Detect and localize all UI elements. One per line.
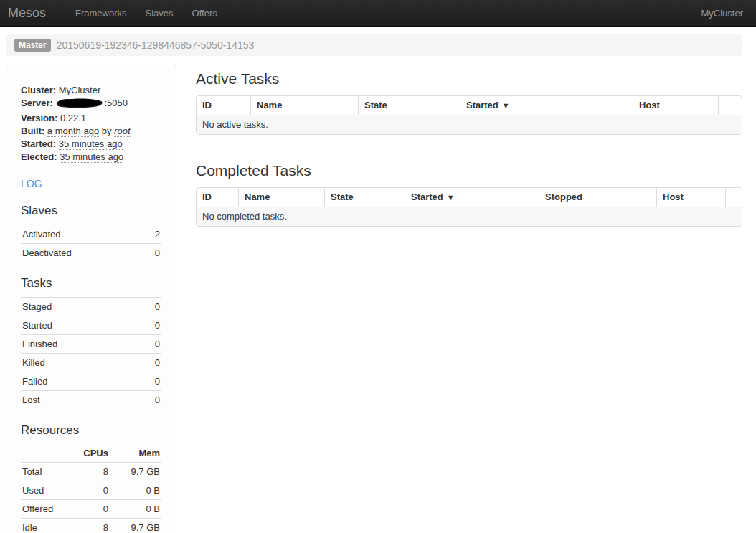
slaves-activated-label: Activated xyxy=(21,225,142,244)
slaves-section-title: Slaves xyxy=(21,204,161,218)
resources-used-label: Used xyxy=(21,481,65,500)
active-tasks-title: Active Tasks xyxy=(196,70,742,88)
resources-col-cpus: CPUs xyxy=(65,444,110,463)
top-navbar: Mesos Frameworks Slaves Offers MyCluster xyxy=(0,0,756,27)
info-started-value: 35 minutes ago xyxy=(59,138,123,150)
resources-idle-label: Idle xyxy=(21,519,65,533)
table-row: Idle 8 9.7 GB xyxy=(21,519,161,533)
table-header-row: ID Name State Started▼ Host xyxy=(197,96,742,115)
active-col-id[interactable]: ID xyxy=(197,96,250,115)
table-row: Failed 0 xyxy=(21,372,161,391)
resources-offered-label: Offered xyxy=(21,500,65,519)
tasks-finished-label: Finished xyxy=(21,335,136,354)
info-built: Built: a month ago by root xyxy=(21,125,161,138)
tasks-staged-label: Staged xyxy=(21,298,136,316)
resources-idle-cpus: 8 xyxy=(65,519,110,533)
redacted-server-address xyxy=(56,98,103,112)
info-server: Server: :5050 xyxy=(21,97,161,112)
tasks-started-label: Started xyxy=(21,316,136,335)
completed-col-name[interactable]: Name xyxy=(238,188,324,207)
completed-tasks-empty-message: No completed tasks. xyxy=(197,207,742,226)
nav-item-offers[interactable]: Offers xyxy=(183,8,227,19)
main-content: Active Tasks ID Name State Started▼ Host xyxy=(196,65,742,227)
table-row: Used 0 0 B xyxy=(21,481,161,500)
active-col-started-label: Started xyxy=(466,100,499,110)
table-row: Staged 0 xyxy=(21,298,161,316)
empty-row: No active tasks. xyxy=(197,115,742,134)
completed-col-stopped[interactable]: Stopped xyxy=(539,188,656,207)
info-server-label: Server: xyxy=(21,98,53,108)
sort-desc-icon: ▼ xyxy=(447,193,455,202)
tasks-failed-value: 0 xyxy=(136,372,161,391)
info-cluster-label: Cluster: xyxy=(21,85,56,95)
completed-col-host[interactable]: Host xyxy=(656,188,725,207)
master-id-text: 20150619-192346-1298446857-5050-14153 xyxy=(57,39,255,51)
completed-col-id[interactable]: ID xyxy=(197,188,238,207)
tasks-staged-value: 0 xyxy=(136,298,161,316)
slaves-activated-value: 2 xyxy=(142,225,161,244)
resources-col-empty xyxy=(21,444,65,463)
info-cluster-value: MyCluster xyxy=(59,85,101,95)
table-header-row: ID Name State Started▼ Stopped Host xyxy=(197,188,742,207)
resources-used-mem: 0 B xyxy=(110,481,161,500)
tasks-lost-value: 0 xyxy=(136,391,161,410)
log-link[interactable]: LOG xyxy=(21,178,42,189)
nav-item-slaves[interactable]: Slaves xyxy=(136,8,183,19)
tasks-lost-label: Lost xyxy=(21,391,136,410)
empty-row: No completed tasks. xyxy=(197,207,742,226)
active-col-started[interactable]: Started▼ xyxy=(460,96,633,115)
page-container: Master 20150619-192346-1298446857-5050-1… xyxy=(6,34,742,533)
active-col-actions xyxy=(718,96,742,115)
info-server-port: :5050 xyxy=(104,98,128,108)
active-col-name[interactable]: Name xyxy=(250,96,358,115)
info-built-label: Built: xyxy=(21,126,44,136)
sidebar-panel: Cluster: MyCluster Server: :5050 Version… xyxy=(6,65,176,533)
completed-col-actions xyxy=(725,188,742,207)
active-tasks-empty-message: No active tasks. xyxy=(197,115,742,134)
tasks-section-title: Tasks xyxy=(21,276,161,291)
slaves-stats-table: Activated 2 Deactivated 0 xyxy=(21,225,161,262)
info-started-label: Started: xyxy=(21,138,56,149)
info-elected-value: 35 minutes ago xyxy=(60,151,123,163)
resources-offered-mem: 0 B xyxy=(110,500,161,519)
info-version-value: 0.22.1 xyxy=(60,113,86,123)
tasks-stats-table: Staged 0 Started 0 Finished 0 Killed 0 F… xyxy=(21,297,161,409)
active-col-state[interactable]: State xyxy=(358,96,460,115)
completed-tasks-table: ID Name State Started▼ Stopped Host No c… xyxy=(196,187,742,227)
navbar-cluster-name: MyCluster xyxy=(701,8,756,19)
info-started: Started: 35 minutes ago xyxy=(21,138,161,151)
table-row: Offered 0 0 B xyxy=(21,500,161,519)
breadcrumb: Master 20150619-192346-1298446857-5050-1… xyxy=(6,34,742,56)
brand-mesos[interactable]: Mesos xyxy=(0,6,66,21)
info-version-label: Version: xyxy=(21,113,57,123)
nav-item-frameworks[interactable]: Frameworks xyxy=(66,8,136,19)
table-row: Started 0 xyxy=(21,316,161,335)
tasks-failed-label: Failed xyxy=(21,372,136,391)
slaves-deactivated-label: Deactivated xyxy=(21,244,142,263)
tasks-started-value: 0 xyxy=(136,316,161,335)
resources-idle-mem: 9.7 GB xyxy=(110,519,161,533)
resources-table: CPUs Mem Total 8 9.7 GB Used 0 0 B xyxy=(21,444,161,533)
completed-col-state[interactable]: State xyxy=(324,188,405,207)
completed-col-started[interactable]: Started▼ xyxy=(405,188,539,207)
tasks-killed-label: Killed xyxy=(21,354,136,372)
table-row: Finished 0 xyxy=(21,335,161,354)
info-elected: Elected: 35 minutes ago xyxy=(21,151,161,164)
table-row: Activated 2 xyxy=(21,225,161,244)
info-built-author: root xyxy=(114,126,130,137)
completed-col-started-label: Started xyxy=(411,192,443,202)
resources-total-cpus: 8 xyxy=(65,463,110,481)
resources-total-mem: 9.7 GB xyxy=(110,463,161,481)
table-row: Deactivated 0 xyxy=(21,244,161,263)
tasks-killed-value: 0 xyxy=(136,354,161,372)
resources-section-title: Resources xyxy=(21,423,161,438)
slaves-deactivated-value: 0 xyxy=(142,244,161,263)
resources-offered-cpus: 0 xyxy=(65,500,110,519)
resources-total-label: Total xyxy=(21,463,65,481)
resources-used-cpus: 0 xyxy=(65,481,110,500)
active-col-host[interactable]: Host xyxy=(633,96,718,115)
sort-desc-icon: ▼ xyxy=(502,101,510,110)
info-version: Version: 0.22.1 xyxy=(21,112,161,125)
completed-tasks-title: Completed Tasks xyxy=(196,162,742,179)
tasks-finished-value: 0 xyxy=(136,335,161,354)
